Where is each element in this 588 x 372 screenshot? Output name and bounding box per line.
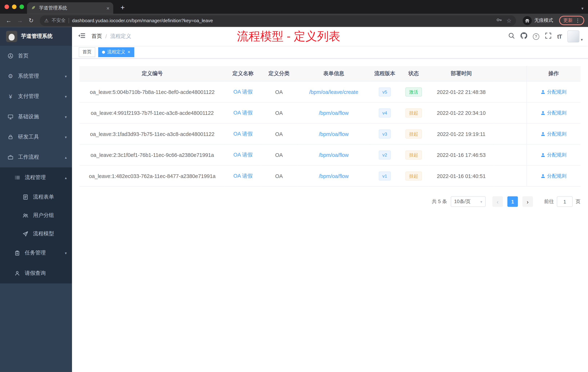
total-count: 共 5 条 [432,198,447,205]
prev-page-button[interactable]: ‹ [492,196,503,207]
assign-rule-link[interactable]: 分配规则 [541,131,567,137]
sidebar-item-infrastructure[interactable]: 基础设施 ▾ [0,107,72,127]
sidebar-item-user-group[interactable]: 用户分组 [0,206,72,224]
sidebar-item-label: 系统管理 [18,73,39,79]
forward-icon[interactable]: → [15,17,25,23]
tag-close-icon[interactable]: × [127,50,130,55]
avatar-caret-icon: ▾ [581,37,583,42]
gear-icon: ⚙ [8,73,13,79]
update-button[interactable]: 更新 ⋮ [559,16,584,25]
cell-spacer [494,165,526,186]
zoom-window-button[interactable] [20,5,24,9]
security-label[interactable]: 不安全 [52,17,66,24]
page-number-1[interactable]: 1 [507,196,518,207]
password-key-icon[interactable] [496,17,502,24]
monitor-icon [8,114,13,120]
definition-name-link[interactable]: OA 请假 [233,109,253,115]
back-icon[interactable]: ← [4,17,14,23]
assign-rule-link[interactable]: 分配规则 [541,173,567,179]
search-icon[interactable] [508,32,515,40]
sidebar-item-devtools[interactable]: 研发工具 ▾ [0,127,72,147]
sidebar-item-process-management[interactable]: 流程管理 ▴ [0,167,72,188]
font-size-icon[interactable]: tT [557,33,562,40]
breadcrumb: 首页 / 流程定义 [92,33,131,40]
update-label[interactable]: 更新 [563,17,573,24]
tag-home[interactable]: 首页 [79,47,95,57]
close-window-button[interactable] [5,5,9,9]
url-text[interactable]: dashboard.yudao.iocoder.cn/bpm/manager/d… [72,18,493,23]
form-info-link[interactable]: /bpm/oa/flow [319,173,349,179]
cell-definition-id: oa_leave:1:482ec033-762a-11ec-8477-a2380… [79,165,225,186]
page-annotation: 流程模型 - 定义列表 [237,29,340,44]
browser-tab[interactable]: 芋道管理系统 × [27,2,113,14]
address-bar[interactable]: ⚠ 不安全 dashboard.yudao.iocoder.cn/bpm/man… [40,15,516,26]
page-size-value: 10条/页 [454,198,471,205]
new-tab-button[interactable]: + [118,3,127,12]
sidebar-item-leave-query[interactable]: 请假查询 [0,263,72,283]
goto-label: 前往 [544,198,554,205]
user-group-icon [22,212,29,218]
sidebar-item-process-model[interactable]: 流程模型 [0,224,72,243]
browser-menu-icon[interactable]: ⋮ [575,18,580,23]
sidebar-item-label: 流程管理 [25,174,46,181]
sidebar-item-workflow[interactable]: 工作流程 ▴ [0,147,72,167]
active-tag-dot [102,50,105,54]
col-form-info: 表单信息 [297,66,370,81]
breadcrumb-home[interactable]: 首页 [92,33,102,40]
tab-search-icon[interactable]: ▾ [581,6,583,11]
sidebar-item-home[interactable]: 首页 [0,46,72,66]
page-size-select[interactable]: 10条/页 ▾ [451,196,486,207]
col-process-version: 流程版本 [370,66,399,81]
bookmark-star-icon[interactable]: ☆ [506,17,512,24]
assign-rule-link[interactable]: 分配规则 [541,109,567,116]
assign-rule-link[interactable]: 分配规则 [541,152,567,158]
reload-icon[interactable]: ↻ [26,17,36,23]
sidebar-logo[interactable]: 芋道管理系统 [0,27,72,46]
sidebar-item-process-form[interactable]: 流程表单 [0,188,72,206]
list-icon [14,175,20,181]
sidebar-item-system[interactable]: ⚙ 系统管理 ▾ [0,66,72,86]
user-menu[interactable]: ▾ [567,30,583,42]
form-info-link[interactable]: /bpm/oa/flow [319,110,349,116]
incognito-label: 无痕模式 [534,17,553,24]
help-icon[interactable]: ? [533,33,539,40]
avatar[interactable] [567,30,579,42]
table-row: oa_leave:1:482ec033-762a-11ec-8477-a2380… [79,165,580,186]
github-icon[interactable] [520,32,527,40]
next-page-button[interactable]: › [522,196,533,207]
status-badge: 挂起 [405,129,422,139]
definition-name-link[interactable]: OA 请假 [233,152,253,157]
sidebar-item-task-management[interactable]: 任务管理 ▾ [0,243,72,263]
goto-page-input[interactable] [557,196,573,207]
tab-strip: 芋道管理系统 × + ▾ [0,0,588,14]
sidebar-item-label: 基础设施 [18,113,39,120]
definition-name-link[interactable]: OA 请假 [233,173,253,178]
assign-rule-label: 分配规则 [547,88,567,95]
workflow-submenu: 流程管理 ▴ 流程表单 用户分组 流程模型 任务管理 [0,167,72,283]
fullscreen-icon[interactable] [545,32,551,40]
definition-name-link[interactable]: OA 请假 [233,88,253,94]
not-secure-warning-icon: ⚠ [44,18,49,23]
table-row: oa_leave:3:1fad3d93-7b75-11ec-a3c8-acde4… [79,123,580,144]
form-info-link[interactable]: /bpm/oa/leave/create [309,89,358,95]
assign-rule-link[interactable]: 分配规则 [541,88,567,95]
cell-definition-id: oa_leave:3:1fad3d93-7b75-11ec-a3c8-acde4… [79,123,225,144]
hamburger-icon[interactable] [78,32,85,41]
status-badge: 挂起 [405,150,422,159]
sidebar-item-payment[interactable]: ¥ 支付管理 ▾ [0,86,72,107]
tab-close-icon[interactable]: × [106,5,109,11]
minimize-window-button[interactable] [12,5,17,9]
cell-category: OA [261,165,297,186]
tag-process-definition[interactable]: 流程定义 × [98,47,134,57]
definition-name-link[interactable]: OA 请假 [233,131,253,136]
yen-icon: ¥ [8,93,13,100]
status-badge: 激活 [405,87,422,97]
cell-deploy-time: 2022-01-16 01:40:51 [428,165,494,186]
cell-deploy-time: 2022-01-16 17:46:53 [428,144,494,165]
cell-deploy-time: 2022-01-22 19:19:11 [428,123,494,144]
form-info-link[interactable]: /bpm/oa/flow [319,152,349,158]
user-icon [541,174,545,178]
form-info-link[interactable]: /bpm/oa/flow [319,131,349,137]
definition-table: 定义编号 定义名称 定义分类 表单信息 流程版本 状态 部署时间 操作 [79,66,580,186]
chevron-down-icon: ▾ [65,74,67,78]
